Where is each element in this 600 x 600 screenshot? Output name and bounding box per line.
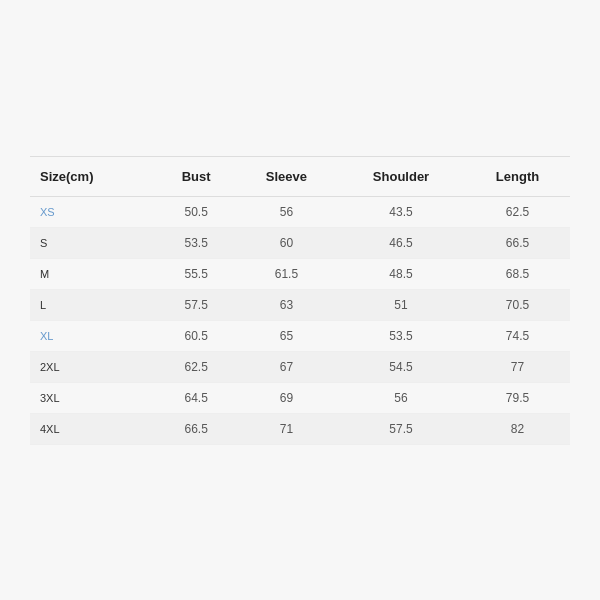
cell-length: 79.5 <box>465 382 570 413</box>
cell-shoulder: 46.5 <box>337 227 465 258</box>
header-bust: Bust <box>156 156 235 196</box>
table-row: L 57.5 63 51 70.5 <box>30 289 570 320</box>
cell-shoulder: 51 <box>337 289 465 320</box>
cell-length: 74.5 <box>465 320 570 351</box>
cell-shoulder: 56 <box>337 382 465 413</box>
size-chart-container: Size(cm) Bust Sleeve Shoulder Length XS … <box>20 146 580 455</box>
cell-length: 62.5 <box>465 196 570 227</box>
cell-size: XS <box>30 196 156 227</box>
table-row: XS 50.5 56 43.5 62.5 <box>30 196 570 227</box>
cell-size: L <box>30 289 156 320</box>
cell-size: M <box>30 258 156 289</box>
cell-length: 82 <box>465 413 570 444</box>
cell-bust: 62.5 <box>156 351 235 382</box>
table-header-row: Size(cm) Bust Sleeve Shoulder Length <box>30 156 570 196</box>
header-sleeve: Sleeve <box>236 156 337 196</box>
cell-length: 77 <box>465 351 570 382</box>
cell-size: 4XL <box>30 413 156 444</box>
table-row: 3XL 64.5 69 56 79.5 <box>30 382 570 413</box>
cell-bust: 53.5 <box>156 227 235 258</box>
cell-sleeve: 69 <box>236 382 337 413</box>
cell-size: 2XL <box>30 351 156 382</box>
cell-shoulder: 43.5 <box>337 196 465 227</box>
table-row: 4XL 66.5 71 57.5 82 <box>30 413 570 444</box>
cell-sleeve: 71 <box>236 413 337 444</box>
cell-sleeve: 65 <box>236 320 337 351</box>
cell-bust: 50.5 <box>156 196 235 227</box>
cell-bust: 66.5 <box>156 413 235 444</box>
cell-bust: 57.5 <box>156 289 235 320</box>
cell-sleeve: 56 <box>236 196 337 227</box>
cell-shoulder: 57.5 <box>337 413 465 444</box>
table-row: S 53.5 60 46.5 66.5 <box>30 227 570 258</box>
table-body: XS 50.5 56 43.5 62.5 S 53.5 60 46.5 66.5… <box>30 196 570 444</box>
header-shoulder: Shoulder <box>337 156 465 196</box>
table-row: 2XL 62.5 67 54.5 77 <box>30 351 570 382</box>
size-chart-table: Size(cm) Bust Sleeve Shoulder Length XS … <box>30 156 570 445</box>
cell-bust: 60.5 <box>156 320 235 351</box>
cell-size: 3XL <box>30 382 156 413</box>
header-length: Length <box>465 156 570 196</box>
cell-sleeve: 63 <box>236 289 337 320</box>
cell-length: 66.5 <box>465 227 570 258</box>
cell-sleeve: 67 <box>236 351 337 382</box>
table-row: XL 60.5 65 53.5 74.5 <box>30 320 570 351</box>
cell-shoulder: 48.5 <box>337 258 465 289</box>
cell-length: 68.5 <box>465 258 570 289</box>
cell-shoulder: 53.5 <box>337 320 465 351</box>
cell-bust: 55.5 <box>156 258 235 289</box>
cell-bust: 64.5 <box>156 382 235 413</box>
cell-size: S <box>30 227 156 258</box>
cell-sleeve: 61.5 <box>236 258 337 289</box>
header-size: Size(cm) <box>30 156 156 196</box>
table-row: M 55.5 61.5 48.5 68.5 <box>30 258 570 289</box>
cell-shoulder: 54.5 <box>337 351 465 382</box>
cell-sleeve: 60 <box>236 227 337 258</box>
cell-size: XL <box>30 320 156 351</box>
cell-length: 70.5 <box>465 289 570 320</box>
